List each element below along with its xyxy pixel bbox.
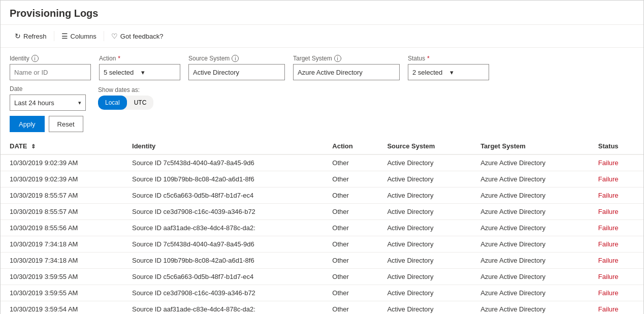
identity-info-icon: i	[31, 55, 39, 62]
date-sort-icon: ⇕	[31, 143, 36, 149]
table-row[interactable]: 10/30/2019 3:59:55 AMSource ID ce3d7908-…	[1, 285, 643, 301]
identity-input[interactable]	[10, 64, 91, 80]
target-system-input[interactable]: Azure Active Directory	[293, 64, 400, 80]
toolbar-divider-2	[104, 31, 104, 41]
identity-label: Identity i	[10, 55, 91, 62]
toolbar-divider-1	[54, 31, 54, 41]
feedback-button[interactable]: ♡ Got feedback?	[106, 29, 169, 43]
table-row[interactable]: 10/30/2019 3:59:54 AMSource ID aaf31ade-…	[1, 301, 643, 315]
status-filter-group: Status * 2 selected ▾	[408, 55, 489, 80]
local-toggle-button[interactable]: Local	[98, 96, 127, 110]
source-system-value: Active Directory	[193, 69, 239, 76]
target-system-filter-group: Target System i Azure Active Directory	[293, 55, 400, 80]
filters-row: Identity i Action * 5 selected ▾ Source …	[1, 48, 643, 80]
target-system-info-icon: i	[334, 55, 341, 62]
table-row[interactable]: 10/30/2019 7:34:18 AMSource ID 109b79bb-…	[1, 253, 643, 269]
date-value: Last 24 hours	[14, 99, 54, 107]
source-system-filter-group: Source System i Active Directory	[188, 55, 285, 80]
feedback-label: Got feedback?	[120, 33, 164, 40]
date-label: Date	[10, 85, 86, 92]
date-filter-group: Date Last 24 hours ▾	[10, 85, 86, 111]
status-chevron-icon: ▾	[450, 69, 485, 76]
page-title: Provisioning Logs	[1, 1, 643, 25]
date-format-toggle: Local UTC	[98, 96, 153, 110]
apply-button[interactable]: Apply	[10, 116, 45, 132]
table-row[interactable]: 10/30/2019 9:02:39 AMSource ID 7c5f438d-…	[1, 154, 643, 171]
date-chevron-icon: ▾	[78, 100, 81, 106]
show-dates-label: Show dates as:	[98, 86, 153, 93]
col-source-system: Source System	[378, 137, 471, 154]
source-system-info-icon: i	[232, 55, 239, 62]
action-label: Action *	[99, 55, 180, 62]
refresh-icon: ↻	[15, 32, 21, 40]
identity-filter-group: Identity i	[10, 55, 91, 80]
table-row[interactable]: 10/30/2019 8:55:57 AMSource ID ce3d7908-…	[1, 204, 643, 220]
table-wrap: DATE ⇕ Identity Action Source System Tar…	[1, 137, 643, 314]
show-dates-group: Show dates as: Local UTC	[98, 86, 153, 110]
table-row[interactable]: 10/30/2019 7:34:18 AMSource ID 7c5f438d-…	[1, 236, 643, 253]
refresh-label: Refresh	[23, 33, 47, 40]
col-target-system: Target System	[471, 137, 589, 154]
source-system-label: Source System i	[188, 55, 285, 62]
actions-row: Apply Reset	[1, 111, 643, 137]
status-label: Status *	[408, 55, 489, 62]
col-date[interactable]: DATE ⇕	[1, 137, 123, 154]
feedback-icon: ♡	[111, 32, 118, 40]
toolbar: ↻ Refresh ☰ Columns ♡ Got feedback?	[1, 25, 643, 48]
utc-toggle-button[interactable]: UTC	[127, 96, 154, 110]
table-row[interactable]: 10/30/2019 3:59:55 AMSource ID c5c6a663-…	[1, 269, 643, 285]
columns-icon: ☰	[61, 32, 68, 40]
target-system-label: Target System i	[293, 55, 400, 62]
columns-label: Columns	[71, 33, 96, 40]
status-value: 2 selected	[412, 69, 447, 76]
col-action: Action	[323, 137, 378, 154]
col-status: Status	[589, 137, 643, 154]
refresh-button[interactable]: ↻ Refresh	[10, 29, 52, 43]
provisioning-table: DATE ⇕ Identity Action Source System Tar…	[1, 137, 643, 314]
table-row[interactable]: 10/30/2019 8:55:57 AMSource ID c5c6a663-…	[1, 187, 643, 204]
action-value: 5 selected	[104, 69, 138, 76]
target-system-value: Azure Active Directory	[298, 69, 363, 76]
reset-button[interactable]: Reset	[49, 116, 83, 132]
table-row[interactable]: 10/30/2019 8:55:56 AMSource ID aaf31ade-…	[1, 220, 643, 236]
date-dropdown[interactable]: Last 24 hours ▾	[10, 95, 86, 111]
columns-button[interactable]: ☰ Columns	[56, 29, 102, 43]
col-identity: Identity	[123, 137, 323, 154]
action-chevron-icon: ▾	[141, 69, 176, 76]
action-dropdown[interactable]: 5 selected ▾	[99, 64, 180, 80]
status-dropdown[interactable]: 2 selected ▾	[408, 64, 489, 80]
table-row[interactable]: 10/30/2019 9:02:39 AMSource ID 109b79bb-…	[1, 171, 643, 187]
source-system-input[interactable]: Active Directory	[188, 64, 285, 80]
action-filter-group: Action * 5 selected ▾	[99, 55, 180, 80]
